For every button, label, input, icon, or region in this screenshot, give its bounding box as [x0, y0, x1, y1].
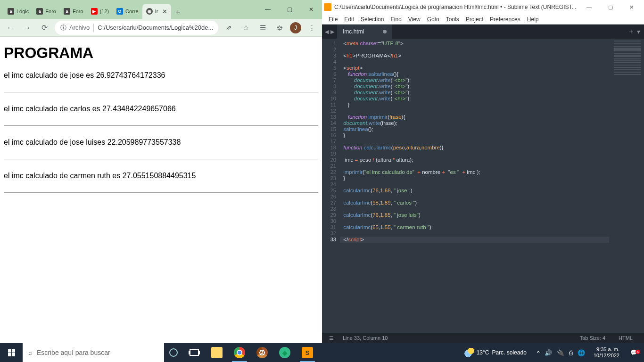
- clock-date: 10/12/2022: [594, 353, 619, 359]
- chrome-toolbar: ← → ⟳ ⓘArchivo C:/Users/carlu/Documents/…: [0, 19, 322, 37]
- status-language[interactable]: HTML: [612, 335, 639, 341]
- taskview-icon: [190, 349, 199, 356]
- menu-selection[interactable]: Selection: [358, 15, 387, 24]
- editor-tab[interactable]: Imc.html: [337, 25, 393, 39]
- app-icon: ◆: [279, 347, 290, 358]
- taskview-button[interactable]: [183, 343, 206, 362]
- youtube-icon: ▶: [91, 8, 98, 15]
- forward-button[interactable]: →: [21, 21, 34, 34]
- tray-network-icon[interactable]: 🌐: [578, 349, 585, 356]
- chrome-icon: [234, 347, 245, 358]
- sublime-window: C:\Users\carlu\Documents\Logica de progr…: [322, 0, 644, 343]
- taskbar-right: 13°C Parc. soleado ^ 🔊 🔌 ⎙ 🌐 9:35 a. m. …: [460, 343, 644, 362]
- browser-tab[interactable]: OCorre: [113, 4, 142, 19]
- close-tab-icon[interactable]: ✕: [162, 8, 167, 15]
- browser-tab[interactable]: aForo: [60, 4, 87, 19]
- tray-chevron-icon[interactable]: ^: [537, 349, 540, 356]
- code-editor[interactable]: <meta charset="UTF-8"> <h1>PROGRAMA</h1>…: [340, 39, 611, 333]
- start-button[interactable]: [0, 343, 23, 362]
- sublime-logo-icon: [324, 3, 331, 11]
- menu-preferences[interactable]: Preferences: [487, 15, 523, 24]
- page-title: PROGRAMA: [4, 44, 318, 62]
- reader-icon[interactable]: ☰: [256, 21, 269, 34]
- tray-display-icon[interactable]: ⎙: [569, 349, 573, 356]
- output-line: el imc calculado de carlos es 27.4348422…: [4, 105, 318, 113]
- chrome-profile-app[interactable]: [251, 343, 273, 362]
- menu-tools[interactable]: Tools: [443, 15, 462, 24]
- window-controls: — ▢ ✕: [578, 0, 642, 14]
- tab-label: Imc.html: [343, 28, 364, 35]
- sublime-app[interactable]: S: [296, 343, 319, 362]
- taskbar-search[interactable]: ⌕Escribe aquí para buscar: [23, 343, 164, 362]
- browser-tab[interactable]: aLógic: [4, 4, 33, 19]
- menu-goto[interactable]: Goto: [424, 15, 442, 24]
- sublime-tabbar: ◀▶ Imc.html +▾: [322, 25, 644, 39]
- explorer-app[interactable]: [206, 343, 228, 362]
- chrome-icon: [256, 347, 268, 358]
- menu-help[interactable]: Help: [524, 15, 542, 24]
- new-tab-icon[interactable]: +: [629, 28, 633, 35]
- cortana-button[interactable]: [164, 343, 183, 362]
- close-button[interactable]: ✕: [300, 0, 322, 19]
- chrome-app[interactable]: [228, 343, 251, 362]
- search-icon: ⌕: [28, 349, 32, 356]
- favicon-icon: a: [8, 8, 14, 15]
- minimize-button[interactable]: —: [578, 0, 600, 14]
- tray-volume-icon[interactable]: 🔊: [545, 349, 552, 356]
- page-content: PROGRAMA el imc calculado de jose es 26.…: [0, 37, 322, 343]
- tab-label: Foro: [45, 8, 56, 14]
- tab-menu-icon[interactable]: ▾: [637, 28, 640, 35]
- menu-find[interactable]: Find: [388, 15, 404, 24]
- menu-project[interactable]: Project: [463, 15, 486, 24]
- status-tabsize[interactable]: Tab Size: 4: [573, 335, 612, 341]
- scheme-label: Archivo: [69, 24, 90, 31]
- site-info[interactable]: ⓘArchivo: [60, 24, 94, 32]
- reload-button[interactable]: ⟳: [38, 21, 51, 34]
- more-icon[interactable]: ⋮: [305, 21, 318, 34]
- minimize-button[interactable]: —: [257, 0, 279, 19]
- output-line: el imc calculado de jose es 26.927437641…: [4, 71, 318, 80]
- menu-edit[interactable]: Edit: [341, 15, 357, 24]
- share-icon[interactable]: ⇗: [222, 21, 235, 34]
- tab-prev-icon[interactable]: ◀: [325, 29, 329, 35]
- tray-power-icon[interactable]: 🔌: [557, 349, 564, 356]
- tab-next-icon[interactable]: ▶: [330, 29, 334, 35]
- taskbar-apps: ◆ S: [183, 343, 319, 362]
- output-line: el imc calculado de jose luises 22.20598…: [4, 138, 318, 147]
- sublime-menubar: File Edit Selection Find View Goto Tools…: [322, 14, 644, 25]
- maximize-button[interactable]: ▢: [600, 0, 621, 14]
- close-button[interactable]: ✕: [621, 0, 642, 14]
- green-app[interactable]: ◆: [273, 343, 296, 362]
- explorer-icon: [211, 347, 223, 358]
- line-gutter: 1234567891011121314151617181920212223242…: [322, 39, 340, 333]
- bookmark-icon[interactable]: ☆: [239, 21, 252, 34]
- menu-file[interactable]: File: [326, 15, 340, 24]
- hr-sep: [4, 125, 318, 126]
- tab-label: Foro: [73, 8, 83, 14]
- browser-tab[interactable]: aForo: [33, 4, 60, 19]
- hr-sep: [4, 192, 318, 193]
- system-tray: ^ 🔊 🔌 ⎙ 🌐: [534, 349, 588, 356]
- address-bar[interactable]: ⓘArchivo C:/Users/carlu/Documents/Logica…: [55, 21, 218, 35]
- notification-center[interactable]: 💬 4: [625, 349, 642, 356]
- new-tab-button[interactable]: +: [171, 6, 184, 19]
- status-panel-icon[interactable]: ☰: [327, 335, 336, 341]
- menu-view[interactable]: View: [405, 15, 423, 24]
- chrome-tabs: aLógic aForo aForo ▶(12) OCorre ◉Ir✕ +: [0, 3, 257, 19]
- back-button[interactable]: ←: [4, 21, 17, 34]
- tab-label: (12): [100, 8, 109, 14]
- profile-avatar[interactable]: J: [290, 22, 301, 33]
- minimap[interactable]: [611, 39, 644, 333]
- windows-logo-icon: [8, 349, 15, 356]
- sublime-title: C:\Users\carlu\Documents\Logica de progr…: [334, 4, 578, 10]
- tab-label: Corre: [125, 8, 139, 14]
- search-placeholder: Escribe aquí para buscar: [37, 349, 110, 356]
- browser-tab[interactable]: ▶(12): [87, 4, 113, 19]
- extensions-icon[interactable]: ⯐: [273, 21, 286, 34]
- sublime-icon: S: [302, 347, 313, 358]
- weather-widget[interactable]: 13°C Parc. soleado: [460, 348, 531, 357]
- maximize-button[interactable]: ▢: [279, 0, 300, 19]
- taskbar-clock[interactable]: 9:35 a. m. 10/12/2022: [591, 346, 622, 359]
- browser-tab-active[interactable]: ◉Ir✕: [142, 4, 172, 19]
- hr-sep: [4, 159, 318, 159]
